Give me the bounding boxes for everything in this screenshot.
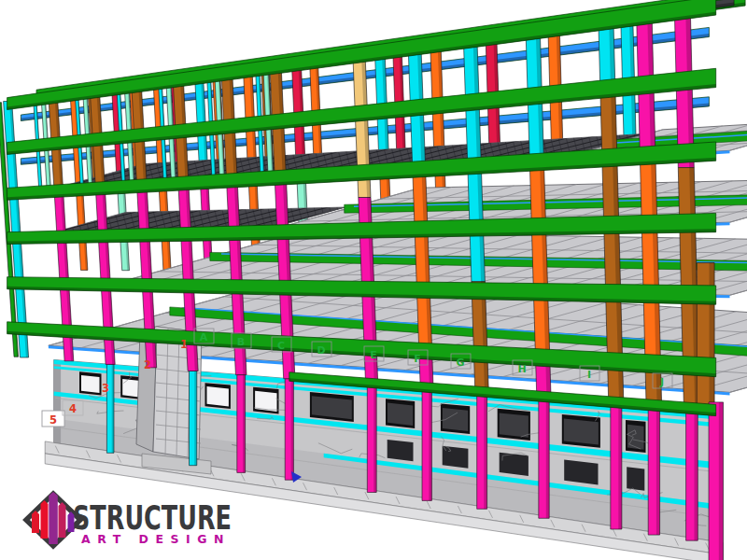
render-canvas: ABCDEFGHIJ12345 STRUCTURE ART DESIGN bbox=[0, 0, 747, 560]
logo: STRUCTURE ART DESIGN bbox=[26, 492, 232, 546]
column-shade bbox=[484, 394, 486, 509]
window-opening bbox=[207, 386, 229, 406]
column-shade bbox=[429, 390, 431, 501]
window-opening bbox=[500, 413, 529, 437]
column-shade bbox=[194, 371, 197, 466]
logo-bar bbox=[49, 492, 58, 544]
logo-bar bbox=[59, 502, 66, 538]
window-opening bbox=[388, 403, 413, 427]
column-shade bbox=[291, 379, 294, 481]
window-opening bbox=[627, 467, 644, 490]
grid-letter-label: J bbox=[659, 376, 664, 388]
column-shade bbox=[695, 411, 698, 540]
logo-bar bbox=[41, 500, 49, 539]
column-shade bbox=[618, 405, 622, 529]
grid-letter-label: D bbox=[317, 344, 325, 357]
window-opening bbox=[388, 440, 414, 461]
structure-3d-model bbox=[0, 0, 747, 560]
grid-number-label: 2 bbox=[144, 358, 151, 371]
grid-letter-label: I bbox=[587, 369, 591, 381]
structural-model-render: ABCDEFGHIJ12345 STRUCTURE ART DESIGN bbox=[0, 0, 747, 560]
logo-title: STRUCTURE bbox=[73, 499, 232, 537]
window-opening bbox=[564, 460, 598, 485]
grid-number-label: 1 bbox=[180, 338, 188, 351]
window-opening bbox=[443, 408, 468, 431]
window-opening bbox=[627, 425, 644, 450]
logo-subtitle: ART DESIGN bbox=[81, 532, 231, 546]
grid-number-label: 3 bbox=[102, 382, 109, 395]
column-shade bbox=[719, 402, 724, 560]
wall-left-edge bbox=[54, 360, 61, 444]
grid-letter-label: B bbox=[237, 336, 245, 348]
grid-letter-label: G bbox=[456, 357, 464, 369]
grid-number-label: 5 bbox=[49, 413, 57, 427]
grid-letter-label: C bbox=[277, 340, 285, 352]
column-shade bbox=[546, 399, 549, 519]
window-opening bbox=[500, 453, 529, 476]
window-opening bbox=[81, 375, 100, 393]
grid-letter-label: E bbox=[370, 349, 377, 361]
grid-letter-label: F bbox=[414, 353, 421, 365]
column-shade bbox=[374, 385, 376, 493]
window-opening bbox=[443, 446, 469, 469]
logo-bar bbox=[32, 511, 39, 533]
column-shade bbox=[656, 408, 660, 535]
grid-letter-label: A bbox=[200, 331, 208, 343]
window-opening bbox=[564, 419, 599, 445]
grid-letter-label: H bbox=[517, 363, 526, 375]
column-shade bbox=[243, 375, 246, 473]
grid-number-label: 4 bbox=[69, 402, 77, 415]
column-shade bbox=[112, 364, 114, 453]
